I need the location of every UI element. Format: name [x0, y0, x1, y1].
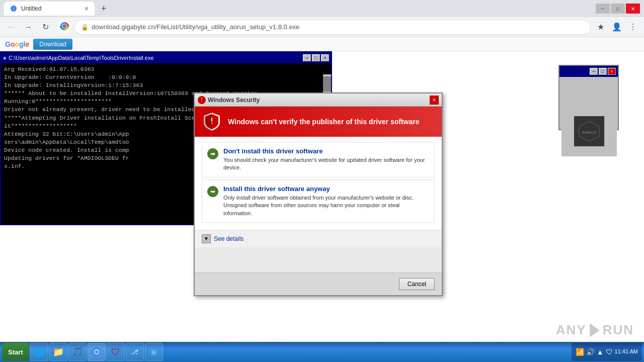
cmd-title: C:\Users\admin\AppData\Local\Temp\ToolsD… — [9, 55, 301, 61]
background-window: ─ □ × AORUS — [558, 65, 619, 130]
anyrun-text2: RUN — [603, 322, 634, 338]
dialog-header-text: Windows can't verify the publisher of th… — [228, 118, 420, 126]
google-text: Google — [5, 40, 29, 48]
cmd-maximize-btn[interactable]: □ — [312, 54, 320, 61]
anyrun-watermark: ANY RUN — [556, 322, 634, 338]
cmd-titlebar: ⎈ C:\Users\admin\AppData\Local\Temp\Tool… — [1, 52, 331, 63]
taskbar-media[interactable]: 🎵 — [68, 343, 87, 361]
see-details-text[interactable]: See details — [214, 235, 244, 242]
refresh-button[interactable]: ↻ — [38, 20, 52, 34]
start-button[interactable]: Start — [2, 343, 29, 361]
cancel-button[interactable]: Cancel — [399, 278, 435, 290]
lock-icon: 🔒 — [81, 24, 89, 31]
profile-button[interactable]: 👤 — [610, 20, 624, 34]
svg-text:i: i — [13, 7, 14, 11]
chrome-titlebar: i Untitled × + ─ □ ✕ — [0, 0, 644, 17]
dialog-title-icon: ! — [198, 96, 206, 104]
bg-window-body: AORUS — [559, 77, 618, 129]
page-content: Google Download ─ □ × AORUS — [0, 37, 644, 362]
menu-button[interactable]: ⋮ — [626, 20, 640, 34]
bg-close-btn[interactable]: × — [608, 68, 616, 75]
dialog-footer: Cancel — [195, 273, 442, 295]
svg-point-11 — [95, 350, 98, 354]
windows-taskbar: Start 🌐 📁 🎵 🛡 ⎇ ▣ 📶 🔊 ▲ 🛡 11:41 AM — [0, 342, 644, 362]
option2-title: Install this driver software anyway — [223, 185, 429, 193]
option1-arrow-icon: ➡ — [207, 148, 218, 159]
taskbar-extra[interactable]: ▣ — [145, 343, 163, 361]
see-details-arrow-icon[interactable]: ▼ — [202, 234, 211, 243]
chrome-toolbar: ← → ↻ 🔒 download.gigabyte.cn/FileList/Ut… — [0, 17, 644, 37]
taskbar-cmd[interactable]: ⎇ — [126, 343, 144, 361]
window-controls: ─ □ ✕ — [596, 4, 640, 14]
chrome-tab-untitled[interactable]: i Untitled × — [4, 2, 95, 16]
address-bar[interactable]: 🔒 download.gigabyte.cn/FileList/Utility/… — [74, 20, 591, 35]
forward-button[interactable]: → — [21, 20, 35, 34]
taskbar-chrome[interactable] — [88, 343, 106, 361]
cmd-close-btn[interactable]: × — [321, 54, 329, 61]
tray-arrow-icon: ▲ — [597, 348, 604, 356]
chrome-logo — [57, 19, 71, 35]
chrome-browser: i Untitled × + ─ □ ✕ ← → ↻ — [0, 0, 644, 362]
tray-network-icon: 📶 — [576, 348, 584, 356]
dialog-spacer — [195, 247, 442, 273]
tab-favicon: i — [10, 5, 17, 12]
option2-description: Only install driver software obtained fr… — [223, 194, 429, 217]
system-tray: 📶 🔊 ▲ 🛡 11:41 AM — [572, 343, 642, 361]
download-button[interactable]: Download — [33, 39, 72, 50]
bookmark-button[interactable]: ★ — [594, 20, 608, 34]
dialog-close-button[interactable]: × — [430, 96, 439, 105]
tab-close-button[interactable]: × — [85, 5, 89, 13]
shield-icon: ! — [202, 112, 222, 132]
dialog-header: ! Windows can't verify the publisher of … — [195, 107, 442, 137]
new-tab-button[interactable]: + — [97, 2, 111, 16]
tray-volume-icon: 🔊 — [586, 348, 595, 356]
tray-security-icon: 🛡 — [606, 348, 613, 356]
taskbar-ie[interactable]: 🌐 — [30, 343, 48, 361]
dont-install-option[interactable]: ➡ Don't install this driver software You… — [202, 142, 435, 177]
anyrun-text1: ANY — [556, 322, 587, 338]
bg-maximize-btn[interactable]: □ — [599, 68, 607, 75]
toolbar-icons: ★ 👤 ⋮ — [594, 20, 640, 34]
svg-text:AORUS: AORUS — [582, 130, 596, 135]
close-button[interactable]: ✕ — [626, 4, 640, 14]
dialog-body: ➡ Don't install this driver software You… — [195, 137, 442, 230]
system-clock[interactable]: 11:41 AM — [615, 348, 638, 355]
maximize-button[interactable]: □ — [611, 4, 625, 14]
page-header-bar: Google Download — [0, 37, 644, 51]
option1-content: Don't install this driver software You s… — [223, 147, 429, 172]
dialog-see-details: ▼ See details — [195, 230, 442, 247]
tab-title: Untitled — [21, 5, 42, 12]
option1-title: Don't install this driver software — [223, 147, 429, 155]
anyrun-arrow-icon — [590, 323, 600, 337]
install-anyway-option[interactable]: ➡ Install this driver software anyway On… — [202, 179, 435, 223]
option2-content: Install this driver software anyway Only… — [223, 185, 429, 217]
minimize-button[interactable]: ─ — [596, 4, 610, 14]
dialog-title-text: Windows Security — [208, 97, 428, 104]
svg-point-5 — [62, 24, 66, 28]
taskbar-files[interactable]: 📁 — [49, 343, 67, 361]
clock-time: 11:41 AM — [615, 348, 638, 355]
taskbar-security[interactable]: 🛡 — [107, 343, 125, 361]
cmd-minimize-btn[interactable]: ─ — [303, 54, 311, 61]
cmd-controls: ─ □ × — [303, 54, 329, 61]
bg-window-titlebar: ─ □ × — [559, 66, 618, 77]
aorus-logo: AORUS — [561, 106, 617, 156]
bg-minimize-btn[interactable]: ─ — [590, 68, 598, 75]
windows-security-dialog: ! Windows Security × ! Windows can't ver… — [194, 93, 443, 296]
back-button[interactable]: ← — [4, 20, 18, 34]
option1-description: You should check your manufacturer's web… — [223, 156, 429, 172]
address-url: download.gigabyte.cn/FileList/Utility/vg… — [92, 23, 299, 31]
option2-arrow-icon: ➡ — [207, 186, 218, 197]
dialog-titlebar: ! Windows Security × — [195, 94, 442, 107]
cmd-icon: ⎈ — [3, 55, 7, 61]
